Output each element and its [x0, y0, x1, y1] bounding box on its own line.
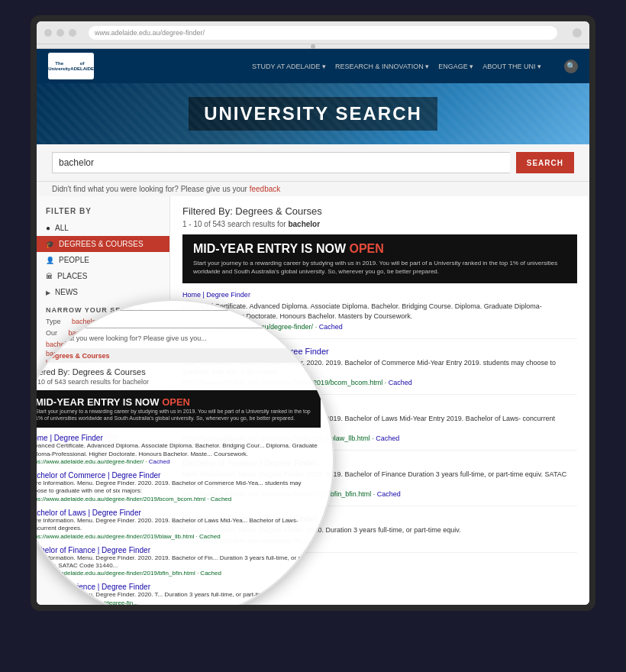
magnifier-inner: Didn't find what you were looking for? P…: [37, 301, 333, 605]
magnifier-title-finance[interactable]: Bachelor of Finance | Degree Finder: [37, 546, 321, 554]
magnifier-title-laws[interactable]: Bachelor of Laws | Degree Finder: [37, 509, 321, 517]
search-button[interactable]: SEARCH: [516, 152, 574, 173]
magnifier-url-finance: https://www.adelaide.edu.au/degree-finde…: [37, 570, 321, 577]
promo-banner: MID-YEAR ENTRY IS NOW OPEN Start your jo…: [182, 234, 577, 283]
promo-title: MID-YEAR ENTRY IS NOW OPEN: [193, 242, 566, 256]
magnifier-item-commerce: Bachelor of Commerce | Degree Finder Mor…: [37, 471, 321, 502]
magnifier-cached-breadcrumb[interactable]: Cached: [149, 458, 170, 465]
university-header: The University of ADELAIDE STUDY AT ADEL…: [37, 49, 589, 83]
degrees-icon: [46, 240, 54, 248]
sidebar-item-degrees[interactable]: DEGREES & COURSES: [37, 236, 169, 252]
filter-by-label: FILTER BY: [37, 204, 169, 220]
nav-engage[interactable]: ENGAGE ▾: [438, 63, 473, 70]
hero-banner: UNIVERSITY SEARCH: [37, 83, 589, 144]
search-title-box: UNIVERSITY SEARCH: [189, 97, 437, 131]
browser-dot-green: [69, 29, 76, 37]
search-title: UNIVERSITY SEARCH: [204, 103, 422, 124]
all-dot-icon: ●: [46, 224, 50, 232]
sidebar-item-all[interactable]: ● ALL: [37, 220, 169, 236]
browser-bar: www.adelaide.edu.au/degree-finder/: [37, 21, 589, 44]
promo-description: Start your journey to a rewarding career…: [193, 259, 566, 276]
magnifier-title-science[interactable]: Bachelor of Science | Degree Finder: [37, 583, 321, 591]
search-feedback: Didn't find what you were looking for? P…: [37, 182, 589, 196]
browser-refresh-btn[interactable]: [573, 28, 582, 37]
magnifier-title-commerce[interactable]: Bachelor of Commerce | Degree Finder: [37, 471, 321, 480]
magnifier-section-title: Filtered By: Degrees & Courses: [37, 367, 321, 376]
camera-dot: [311, 44, 315, 49]
magnifier-snippet-science: More Information. Menu. Degree Finder. 2…: [37, 591, 321, 599]
university-logo: The University of ADELAIDE: [48, 53, 94, 79]
search-bar-area: SEARCH: [37, 144, 589, 182]
magnifier-search-bar: [37, 310, 321, 328]
people-icon: [46, 256, 54, 264]
magnifier-count: 1 - 10 of 543 search results for bachelo…: [37, 378, 321, 386]
magnifier-promo: MID-YEAR ENTRY IS NOW OPEN Start your jo…: [37, 390, 321, 428]
news-icon: [46, 288, 50, 296]
magnifier-snippet-finance: More Information. Menu. Degree Finder. 2…: [37, 554, 321, 570]
search-input[interactable]: [52, 152, 510, 173]
magnifier-item-finance: Bachelor of Finance | Degree Finder More…: [37, 546, 321, 577]
magnifier-result-breadcrumb: Home | Degree Finder Advanced Certificat…: [37, 434, 321, 465]
places-icon: [46, 272, 53, 280]
header-search-icon[interactable]: 🔍: [564, 60, 578, 73]
magnifier-url-science: https://www.adelaide.edu.au/degree-fin..…: [37, 599, 321, 605]
magnifier-item-science: Bachelor of Science | Degree Finder More…: [37, 583, 321, 605]
nav-research[interactable]: RESEARCH & INNOVATION ▾: [335, 63, 429, 70]
magnifier-breadcrumb-snippet: Advanced Certificate. Advanced Diploma. …: [37, 442, 321, 458]
laptop-frame: www.adelaide.edu.au/degree-finder/ The U…: [31, 15, 595, 611]
magnifier-breadcrumb-url: https://www.adelaide.edu.au/degree-finde…: [37, 458, 321, 465]
results-filtered-title: Filtered By: Degrees & Courses: [182, 205, 577, 217]
nav-study[interactable]: STUDY AT ADELAIDE ▾: [252, 63, 326, 70]
magnifier-promo-title: MID-YEAR ENTRY IS NOW OPEN: [37, 396, 313, 408]
magnifier-search-input[interactable]: [37, 310, 321, 328]
magnifier-filter-active: 🏫 Degrees & Courses: [37, 348, 321, 363]
url-text: www.adelaide.edu.au/degree-finder/: [95, 29, 205, 37]
cached-link-commerce[interactable]: Cached: [389, 379, 412, 386]
magnifier-overlay: Didn't find what you were looking for? P…: [37, 299, 334, 605]
sidebar-item-people[interactable]: PEOPLE: [37, 252, 169, 268]
magnifier-snippet-laws: More Information. Menu. Degree Finder. 2…: [37, 517, 321, 533]
nav-about[interactable]: ABOUT THE UNI ▾: [482, 63, 541, 70]
browser-dot-red: [44, 29, 52, 37]
sidebar-item-news[interactable]: NEWS: [37, 284, 169, 300]
cached-link-finance[interactable]: Cached: [377, 490, 401, 498]
magnifier-degrees-label: 🏫 Degrees & Courses: [37, 352, 110, 360]
magnifier-content: Didn't find what you were looking for? P…: [37, 301, 333, 605]
magnifier-url-commerce: https://www.adelaide.edu.au/degree-finde…: [37, 496, 321, 502]
browser-dot-yellow: [56, 29, 64, 37]
magnifier-feedback: Didn't find what you were looking for? P…: [37, 334, 321, 342]
breadcrumb-title[interactable]: Home | Degree Finder: [182, 291, 577, 299]
feedback-link[interactable]: feedback: [250, 185, 281, 193]
laptop-screen: www.adelaide.edu.au/degree-finder/ The U…: [37, 21, 589, 605]
university-nav: STUDY AT ADELAIDE ▾ RESEARCH & INNOVATIO…: [252, 63, 541, 70]
magnifier-url-laws: https://www.adelaide.edu.au/degree-finde…: [37, 533, 321, 540]
browser-url-bar[interactable]: www.adelaide.edu.au/degree-finder/: [89, 26, 557, 40]
cached-link-laws[interactable]: Cached: [376, 435, 399, 442]
results-count: 1 - 10 of 543 search results for bachelo…: [182, 220, 577, 228]
magnifier-item-laws: Bachelor of Laws | Degree Finder More In…: [37, 509, 321, 540]
magnifier-promo-desc: Start your journey to a rewarding career…: [37, 408, 313, 422]
sidebar-item-places[interactable]: PLACES: [37, 268, 169, 284]
magnifier-breadcrumb-title[interactable]: Home | Degree Finder: [37, 434, 321, 442]
magnifier-snippet-commerce: More Information. Menu. Degree Finder. 2…: [37, 480, 321, 496]
